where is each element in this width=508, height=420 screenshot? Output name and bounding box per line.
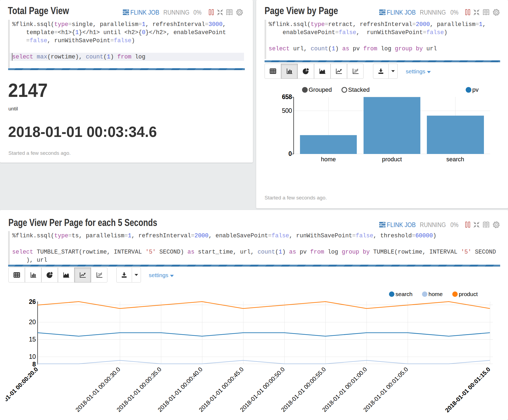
- svg-text:20: 20: [29, 319, 36, 326]
- svg-text:2018-01-01 00:00:55.0: 2018-01-01 00:00:55.0: [280, 366, 327, 413]
- svg-text:2018-01-01 00:01:15.0: 2018-01-01 00:01:15.0: [444, 366, 492, 414]
- svg-text:Grouped: Grouped: [309, 86, 332, 93]
- svg-text:home: home: [321, 156, 336, 163]
- svg-text:2018-01-01 00:00:50.0: 2018-01-01 00:00:50.0: [239, 366, 286, 413]
- svg-text:2018-01-01 00:00:35.0: 2018-01-01 00:00:35.0: [115, 366, 163, 413]
- svg-text:2018-01-01 00:01:05.0: 2018-01-01 00:01:05.0: [362, 366, 409, 413]
- svg-text:15: 15: [29, 336, 36, 343]
- svg-text:product: product: [459, 291, 478, 297]
- svg-text:home: home: [428, 291, 443, 297]
- svg-text:500: 500: [282, 107, 292, 114]
- svg-text:658: 658: [282, 93, 292, 100]
- svg-text:2018-01-01 00:01:00.0: 2018-01-01 00:01:00.0: [321, 366, 368, 413]
- svg-text:0: 0: [288, 150, 292, 157]
- svg-text:Stacked: Stacked: [348, 86, 370, 93]
- svg-text:26: 26: [29, 298, 36, 305]
- svg-text:2018-01-01 00:00:30.0: 2018-01-01 00:00:30.0: [74, 366, 121, 413]
- svg-text:product: product: [382, 156, 402, 163]
- svg-text:2018-01-01 00:00:20.0: 2018-01-01 00:00:20.0: [0, 366, 39, 414]
- svg-text:search: search: [446, 156, 464, 163]
- svg-text:10: 10: [29, 353, 36, 360]
- svg-text:pv: pv: [472, 86, 479, 93]
- svg-text:search: search: [395, 291, 413, 297]
- svg-text:2018-01-01 00:00:40.0: 2018-01-01 00:00:40.0: [156, 366, 204, 413]
- svg-text:2018-01-01 00:00:45.0: 2018-01-01 00:00:45.0: [197, 366, 245, 413]
